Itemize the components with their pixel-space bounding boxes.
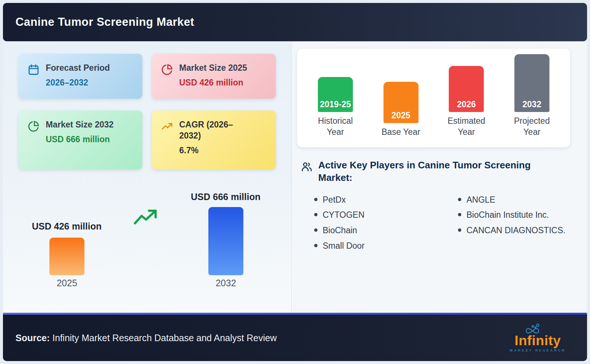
card-market-size-2025: Market Size 2025 USD 426 million <box>152 54 276 99</box>
card-value: USD 426 million <box>179 77 247 88</box>
key-player-item: BioChain <box>312 225 455 236</box>
growth-arrow-icon <box>133 208 159 227</box>
card-title: Market Size 2032 <box>46 119 114 130</box>
header-bar: Canine Tumor Screening Market <box>3 3 587 41</box>
card-title: Forecast Period <box>46 63 110 74</box>
source-text: Infinity Market Research Database and An… <box>50 333 277 343</box>
growth-axis-year-2032: 2032 <box>208 278 243 288</box>
footer: Source: Infinity Market Research Databas… <box>3 313 587 361</box>
card-value: 2026–2032 <box>46 77 110 88</box>
timeline-card: 2019-25 Historical Year 2025 Base Year 2… <box>297 49 570 147</box>
users-icon <box>301 161 313 173</box>
timeline-bar-estimated: 2026 <box>449 66 484 112</box>
card-cagr: CAGR (2026–2032) 6.7% <box>152 111 276 169</box>
source-line: Source: Infinity Market Research Databas… <box>15 333 277 343</box>
card-value: USD 666 million <box>46 134 114 145</box>
key-players-column-right: ANGLE BioChain Institute Inc. CANCAN DIA… <box>455 195 565 256</box>
timeline-group-base: 2025 Base Year <box>371 82 430 138</box>
logo-subtitle: MARKET RESEARCH <box>510 349 566 352</box>
right-panel: 2019-25 Historical Year 2025 Base Year 2… <box>292 42 587 312</box>
card-title: CAGR (2026–2032) <box>179 119 249 141</box>
card-forecast-period: Forecast Period 2026–2032 <box>18 54 142 99</box>
timeline-label-estimated: Estimated Year <box>444 116 489 138</box>
pie-chart-icon <box>27 120 40 133</box>
growth-bar-2025 <box>49 238 84 275</box>
timeline-bar-base: 2025 <box>384 82 419 123</box>
card-title: Market Size 2025 <box>179 63 247 74</box>
pie-chart-icon <box>161 63 173 76</box>
card-value: 6.7% <box>179 145 249 156</box>
logo-name: Infinity <box>515 334 561 347</box>
timeline-label-historical: Historical Year <box>313 116 358 138</box>
key-player-item: ANGLE <box>455 195 565 205</box>
timeline-group-projected: 2032 Projected Year <box>502 54 561 138</box>
trend-up-icon <box>161 120 173 133</box>
key-player-item: CYTOGEN <box>312 210 455 220</box>
timeline-group-historical: 2019-25 Historical Year <box>306 77 365 138</box>
timeline-bar-historical: 2019-25 <box>318 77 353 112</box>
key-player-item: PetDx <box>312 195 455 205</box>
growth-bar-label-2032: USD 666 million <box>186 192 265 202</box>
stat-cards: Forecast Period 2026–2032 Market Size 20… <box>18 54 276 169</box>
growth-bar-label-2025: USD 426 million <box>27 221 106 232</box>
infographic-page: Canine Tumor Screening Market Forecast P… <box>3 3 587 361</box>
key-players-column-left: PetDx CYTOGEN BioChain Small Door <box>312 195 455 256</box>
growth-bar-2032 <box>208 207 243 275</box>
key-player-item: CANCAN DIAGNOSTICS. <box>455 225 565 236</box>
key-player-item: BioChain Institute Inc. <box>455 210 565 220</box>
card-market-size-2032: Market Size 2032 USD 666 million <box>18 111 142 169</box>
timeline-bar-projected: 2032 <box>514 54 549 112</box>
brand-logo: Infinity MARKET RESEARCH <box>510 323 566 352</box>
growth-axis-year-2025: 2025 <box>49 278 84 288</box>
left-panel: Forecast Period 2026–2032 Market Size 20… <box>3 42 291 312</box>
key-players-heading: Active Key Players in Canine Tumor Scree… <box>318 159 562 184</box>
key-players-section: Active Key Players in Canine Tumor Scree… <box>301 159 584 256</box>
timeline-group-estimated: 2026 Estimated Year <box>437 66 496 138</box>
timeline-label-base: Base Year <box>379 127 423 138</box>
calendar-icon <box>27 63 40 76</box>
content-area: Forecast Period 2026–2032 Market Size 20… <box>3 42 587 312</box>
source-label: Source: <box>15 333 50 343</box>
page-title: Canine Tumor Screening Market <box>15 15 194 29</box>
key-player-item: Small Door <box>312 241 455 251</box>
timeline-label-projected: Projected Year <box>510 116 554 138</box>
